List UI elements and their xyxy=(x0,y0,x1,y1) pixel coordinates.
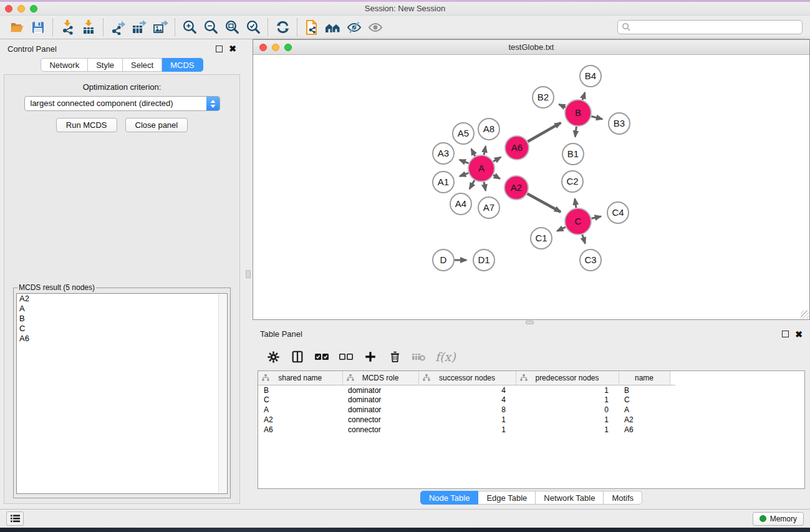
open-session-button[interactable] xyxy=(6,18,27,37)
table-cell[interactable]: 1 xyxy=(516,415,619,425)
table-row[interactable]: Adominator80A xyxy=(258,405,675,415)
node-table[interactable]: shared nameMCDS rolesuccessor nodesprede… xyxy=(258,370,805,489)
edge-A-A5[interactable] xyxy=(471,149,475,157)
table-row[interactable]: A2connector11A2 xyxy=(258,415,675,425)
edge-C-C1[interactable] xyxy=(557,227,566,231)
mcds-result-list[interactable]: A2ABCA6 xyxy=(16,293,228,494)
node-A5[interactable]: A5 xyxy=(453,123,474,144)
table-cell[interactable]: 4 xyxy=(418,385,516,395)
toggle-graphics-details-button[interactable] xyxy=(344,18,365,37)
node-A8[interactable]: A8 xyxy=(478,118,499,140)
edge-A-A6[interactable] xyxy=(493,157,501,162)
zoom-out-button[interactable] xyxy=(200,18,221,37)
table-cell[interactable]: 4 xyxy=(418,395,516,405)
import-table-button[interactable] xyxy=(78,18,99,37)
memory-button[interactable]: Memory xyxy=(753,512,804,526)
edge-B-B2[interactable] xyxy=(559,104,566,107)
unselect-all-columns-button[interactable] xyxy=(337,347,355,366)
table-cell[interactable]: C xyxy=(619,395,670,405)
table-cell[interactable]: connector xyxy=(342,425,418,435)
tab-node-table[interactable]: Node Table xyxy=(420,491,479,505)
float-panel-icon[interactable] xyxy=(782,331,789,337)
save-session-button[interactable] xyxy=(27,18,49,37)
import-network-button[interactable] xyxy=(57,18,78,37)
column-header-shared-name[interactable]: shared name xyxy=(258,371,342,385)
table-settings-button[interactable] xyxy=(264,347,282,366)
edge-A-A2[interactable] xyxy=(493,175,500,179)
window-resize-grip[interactable] xyxy=(801,311,809,319)
export-image-button[interactable] xyxy=(150,18,171,37)
tab-style[interactable]: Style xyxy=(88,58,123,72)
node-A7[interactable]: A7 xyxy=(478,197,499,218)
edge-A-A8[interactable] xyxy=(484,147,486,155)
table-row[interactable]: A6connector11A6 xyxy=(258,425,675,435)
node-B[interactable]: B xyxy=(565,100,591,126)
table-cell[interactable]: 0 xyxy=(516,405,619,415)
node-B1[interactable]: B1 xyxy=(562,143,584,165)
tab-select[interactable]: Select xyxy=(123,58,162,72)
tab-edge-table[interactable]: Edge Table xyxy=(478,491,536,505)
table-cell[interactable]: 1 xyxy=(516,385,619,395)
node-A4[interactable]: A4 xyxy=(450,193,471,215)
table-cell[interactable]: A2 xyxy=(619,415,670,425)
close-panel-icon[interactable]: ✖ xyxy=(795,330,803,339)
mcds-result-item[interactable]: B xyxy=(17,314,227,324)
node-A2[interactable]: A2 xyxy=(504,176,528,200)
table-cell[interactable]: dominator xyxy=(342,385,418,395)
column-header-MCDS-role[interactable]: MCDS role xyxy=(342,371,418,385)
node-C1[interactable]: C1 xyxy=(531,228,552,249)
node-C2[interactable]: C2 xyxy=(562,171,583,192)
node-A1[interactable]: A1 xyxy=(433,172,454,193)
node-D[interactable]: D xyxy=(433,249,454,271)
table-cell[interactable]: dominator xyxy=(342,395,418,405)
splitter-handle[interactable] xyxy=(526,321,534,324)
table-cell[interactable]: 1 xyxy=(516,395,619,405)
table-cell[interactable]: A6 xyxy=(258,425,342,435)
select-all-columns-button[interactable] xyxy=(312,347,331,366)
mcds-result-item[interactable]: C xyxy=(17,324,227,334)
edge-A-A7[interactable] xyxy=(484,182,486,191)
delete-table-button[interactable] xyxy=(410,347,428,366)
column-header-name[interactable]: name xyxy=(619,371,670,385)
vertical-splitter[interactable] xyxy=(244,39,253,509)
edge-B-B3[interactable] xyxy=(591,116,602,119)
edge-A-A3[interactable] xyxy=(460,160,468,163)
network-window-titlebar[interactable]: testGlobe.txt xyxy=(253,40,809,55)
table-cell[interactable]: A xyxy=(619,405,670,415)
column-header-successor-nodes[interactable]: successor nodes xyxy=(418,371,516,385)
node-A[interactable]: A xyxy=(468,155,494,181)
node-A3[interactable]: A3 xyxy=(433,143,454,164)
edge-C-C3[interactable] xyxy=(582,235,586,243)
edge-B-B4[interactable] xyxy=(582,93,585,100)
edge-A2-C[interactable] xyxy=(528,194,561,212)
edge-C-C2[interactable] xyxy=(575,199,576,208)
show-all-networks-button[interactable] xyxy=(322,18,344,37)
tab-mcds[interactable]: MCDS xyxy=(162,58,203,72)
show-log-console-button[interactable] xyxy=(6,511,24,526)
export-table-button[interactable] xyxy=(128,18,150,37)
hide-graphics-button[interactable] xyxy=(365,18,386,37)
search-input[interactable] xyxy=(631,23,798,32)
mcds-result-item[interactable]: A6 xyxy=(17,334,227,344)
table-cell[interactable]: B xyxy=(619,385,670,395)
run-mcds-button[interactable]: Run MCDS xyxy=(56,118,117,132)
node-B4[interactable]: B4 xyxy=(580,65,601,87)
edge-C-C4[interactable] xyxy=(591,216,600,218)
export-network-button[interactable] xyxy=(107,18,128,37)
tab-motifs[interactable]: Motifs xyxy=(604,491,642,505)
edge-A-A1[interactable] xyxy=(460,173,468,176)
splitter-handle[interactable] xyxy=(246,270,251,278)
node-B3[interactable]: B3 xyxy=(609,113,630,134)
table-row[interactable]: Cdominator41C xyxy=(258,395,675,405)
node-A6[interactable]: A6 xyxy=(505,136,529,160)
table-cell[interactable]: 8 xyxy=(418,405,516,415)
delete-column-button[interactable] xyxy=(385,347,404,366)
zoom-in-button[interactable] xyxy=(179,18,200,37)
node-C4[interactable]: C4 xyxy=(607,202,629,223)
zoom-selected-button[interactable] xyxy=(243,18,264,37)
search-box[interactable] xyxy=(617,20,803,34)
edge-A6-B[interactable] xyxy=(528,123,561,142)
zoom-fit-button[interactable] xyxy=(221,18,243,37)
scrollbar-track[interactable] xyxy=(218,294,226,493)
function-builder-button[interactable]: f(x) xyxy=(435,350,456,364)
